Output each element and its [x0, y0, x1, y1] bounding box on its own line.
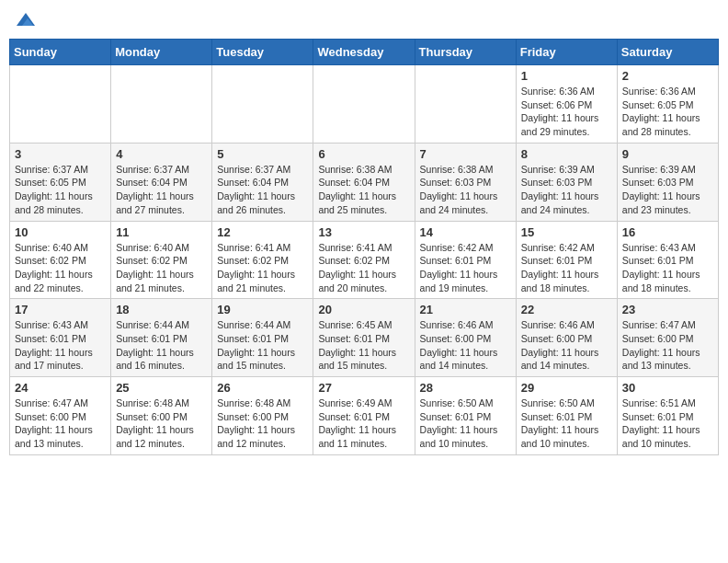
day-info: Sunrise: 6:42 AM Sunset: 6:01 PM Dayligh… — [420, 241, 511, 295]
weekday-header-row: SundayMondayTuesdayWednesdayThursdayFrid… — [10, 40, 719, 65]
calendar-day-cell: 30Sunrise: 6:51 AM Sunset: 6:01 PM Dayli… — [617, 377, 718, 455]
day-number: 2 — [622, 69, 713, 83]
day-number: 16 — [622, 225, 713, 239]
calendar-day-cell: 13Sunrise: 6:41 AM Sunset: 6:02 PM Dayli… — [313, 221, 415, 299]
logo — [13, 9, 37, 31]
calendar-day-cell: 2Sunrise: 6:36 AM Sunset: 6:05 PM Daylig… — [617, 65, 718, 144]
calendar-week-row: 17Sunrise: 6:43 AM Sunset: 6:01 PM Dayli… — [10, 299, 719, 377]
day-info: Sunrise: 6:39 AM Sunset: 6:03 PM Dayligh… — [521, 163, 612, 217]
day-info: Sunrise: 6:44 AM Sunset: 6:01 PM Dayligh… — [116, 318, 207, 373]
calendar-day-cell: 23Sunrise: 6:47 AM Sunset: 6:00 PM Dayli… — [617, 299, 718, 377]
day-info: Sunrise: 6:41 AM Sunset: 6:02 PM Dayligh… — [217, 241, 308, 295]
day-info: Sunrise: 6:50 AM Sunset: 6:01 PM Dayligh… — [521, 396, 612, 451]
day-info: Sunrise: 6:40 AM Sunset: 6:02 PM Dayligh… — [116, 241, 207, 295]
day-number: 26 — [217, 381, 308, 395]
calendar-day-cell: 19Sunrise: 6:44 AM Sunset: 6:01 PM Dayli… — [212, 299, 313, 377]
calendar-day-cell: 20Sunrise: 6:45 AM Sunset: 6:01 PM Dayli… — [313, 299, 415, 377]
day-info: Sunrise: 6:39 AM Sunset: 6:03 PM Dayligh… — [622, 163, 713, 217]
calendar-day-cell: 11Sunrise: 6:40 AM Sunset: 6:02 PM Dayli… — [111, 221, 212, 299]
page-header — [9, 9, 719, 31]
day-number: 19 — [217, 303, 308, 316]
day-number: 3 — [15, 147, 106, 161]
calendar-day-cell: 18Sunrise: 6:44 AM Sunset: 6:01 PM Dayli… — [111, 299, 212, 377]
calendar-day-cell — [10, 65, 111, 144]
calendar-day-cell: 16Sunrise: 6:43 AM Sunset: 6:01 PM Dayli… — [617, 221, 718, 299]
weekday-header-cell: Monday — [111, 40, 212, 65]
day-info: Sunrise: 6:37 AM Sunset: 6:04 PM Dayligh… — [116, 163, 207, 217]
calendar-day-cell: 26Sunrise: 6:48 AM Sunset: 6:00 PM Dayli… — [212, 377, 313, 455]
day-number: 15 — [521, 225, 612, 239]
calendar-day-cell: 3Sunrise: 6:37 AM Sunset: 6:05 PM Daylig… — [10, 143, 111, 221]
day-number: 14 — [420, 225, 511, 239]
day-info: Sunrise: 6:44 AM Sunset: 6:01 PM Dayligh… — [217, 318, 308, 373]
calendar-day-cell: 24Sunrise: 6:47 AM Sunset: 6:00 PM Dayli… — [10, 377, 111, 455]
day-number: 24 — [15, 381, 106, 395]
day-number: 6 — [318, 147, 409, 161]
calendar-day-cell: 22Sunrise: 6:46 AM Sunset: 6:00 PM Dayli… — [516, 299, 617, 377]
calendar-day-cell: 27Sunrise: 6:49 AM Sunset: 6:01 PM Dayli… — [313, 377, 415, 455]
day-info: Sunrise: 6:50 AM Sunset: 6:01 PM Dayligh… — [420, 396, 511, 451]
day-number: 21 — [420, 303, 511, 316]
day-number: 1 — [521, 69, 612, 83]
day-info: Sunrise: 6:40 AM Sunset: 6:02 PM Dayligh… — [15, 241, 106, 295]
calendar-day-cell: 5Sunrise: 6:37 AM Sunset: 6:04 PM Daylig… — [212, 143, 313, 221]
day-number: 29 — [521, 381, 612, 395]
day-number: 18 — [116, 303, 207, 316]
calendar-day-cell: 12Sunrise: 6:41 AM Sunset: 6:02 PM Dayli… — [212, 221, 313, 299]
day-info: Sunrise: 6:36 AM Sunset: 6:05 PM Dayligh… — [622, 85, 713, 139]
day-info: Sunrise: 6:43 AM Sunset: 6:01 PM Dayligh… — [15, 318, 106, 373]
day-info: Sunrise: 6:38 AM Sunset: 6:04 PM Dayligh… — [318, 163, 409, 217]
day-number: 25 — [116, 381, 207, 395]
day-number: 11 — [116, 225, 207, 239]
calendar-body: 1Sunrise: 6:36 AM Sunset: 6:06 PM Daylig… — [10, 65, 719, 455]
logo-icon — [15, 9, 37, 31]
calendar-day-cell — [212, 65, 313, 144]
calendar-week-row: 24Sunrise: 6:47 AM Sunset: 6:00 PM Dayli… — [10, 377, 719, 455]
day-number: 5 — [217, 147, 308, 161]
calendar-day-cell — [415, 65, 516, 144]
calendar-day-cell: 28Sunrise: 6:50 AM Sunset: 6:01 PM Dayli… — [415, 377, 516, 455]
day-info: Sunrise: 6:37 AM Sunset: 6:05 PM Dayligh… — [15, 163, 106, 217]
day-number: 23 — [622, 303, 713, 316]
weekday-header-cell: Thursday — [415, 40, 516, 65]
day-number: 28 — [420, 381, 511, 395]
weekday-header-cell: Saturday — [617, 40, 718, 65]
day-number: 7 — [420, 147, 511, 161]
day-info: Sunrise: 6:46 AM Sunset: 6:00 PM Dayligh… — [420, 318, 511, 373]
weekday-header-cell: Tuesday — [212, 40, 313, 65]
calendar-table: SundayMondayTuesdayWednesdayThursdayFrid… — [9, 39, 719, 455]
day-number: 4 — [116, 147, 207, 161]
calendar-day-cell: 15Sunrise: 6:42 AM Sunset: 6:01 PM Dayli… — [516, 221, 617, 299]
calendar-day-cell: 7Sunrise: 6:38 AM Sunset: 6:03 PM Daylig… — [415, 143, 516, 221]
calendar-day-cell: 6Sunrise: 6:38 AM Sunset: 6:04 PM Daylig… — [313, 143, 415, 221]
day-info: Sunrise: 6:49 AM Sunset: 6:01 PM Dayligh… — [318, 396, 409, 451]
day-info: Sunrise: 6:51 AM Sunset: 6:01 PM Dayligh… — [622, 396, 713, 451]
day-info: Sunrise: 6:41 AM Sunset: 6:02 PM Dayligh… — [318, 241, 409, 295]
day-info: Sunrise: 6:47 AM Sunset: 6:00 PM Dayligh… — [15, 396, 106, 451]
day-info: Sunrise: 6:48 AM Sunset: 6:00 PM Dayligh… — [116, 396, 207, 451]
calendar-day-cell: 14Sunrise: 6:42 AM Sunset: 6:01 PM Dayli… — [415, 221, 516, 299]
calendar-week-row: 10Sunrise: 6:40 AM Sunset: 6:02 PM Dayli… — [10, 221, 719, 299]
day-info: Sunrise: 6:42 AM Sunset: 6:01 PM Dayligh… — [521, 241, 612, 295]
day-number: 17 — [15, 303, 106, 316]
day-number: 27 — [318, 381, 409, 395]
calendar-day-cell: 9Sunrise: 6:39 AM Sunset: 6:03 PM Daylig… — [617, 143, 718, 221]
calendar-day-cell: 25Sunrise: 6:48 AM Sunset: 6:00 PM Dayli… — [111, 377, 212, 455]
day-info: Sunrise: 6:45 AM Sunset: 6:01 PM Dayligh… — [318, 318, 409, 373]
day-number: 13 — [318, 225, 409, 239]
day-number: 22 — [521, 303, 612, 316]
day-number: 8 — [521, 147, 612, 161]
day-info: Sunrise: 6:38 AM Sunset: 6:03 PM Dayligh… — [420, 163, 511, 217]
calendar-week-row: 1Sunrise: 6:36 AM Sunset: 6:06 PM Daylig… — [10, 65, 719, 144]
day-info: Sunrise: 6:43 AM Sunset: 6:01 PM Dayligh… — [622, 241, 713, 295]
day-info: Sunrise: 6:48 AM Sunset: 6:00 PM Dayligh… — [217, 396, 308, 451]
day-number: 30 — [622, 381, 713, 395]
calendar-day-cell — [111, 65, 212, 144]
calendar-week-row: 3Sunrise: 6:37 AM Sunset: 6:05 PM Daylig… — [10, 143, 719, 221]
day-info: Sunrise: 6:37 AM Sunset: 6:04 PM Dayligh… — [217, 163, 308, 217]
calendar-day-cell: 8Sunrise: 6:39 AM Sunset: 6:03 PM Daylig… — [516, 143, 617, 221]
weekday-header-cell: Wednesday — [313, 40, 415, 65]
weekday-header-cell: Sunday — [10, 40, 111, 65]
day-number: 9 — [622, 147, 713, 161]
calendar-day-cell: 4Sunrise: 6:37 AM Sunset: 6:04 PM Daylig… — [111, 143, 212, 221]
